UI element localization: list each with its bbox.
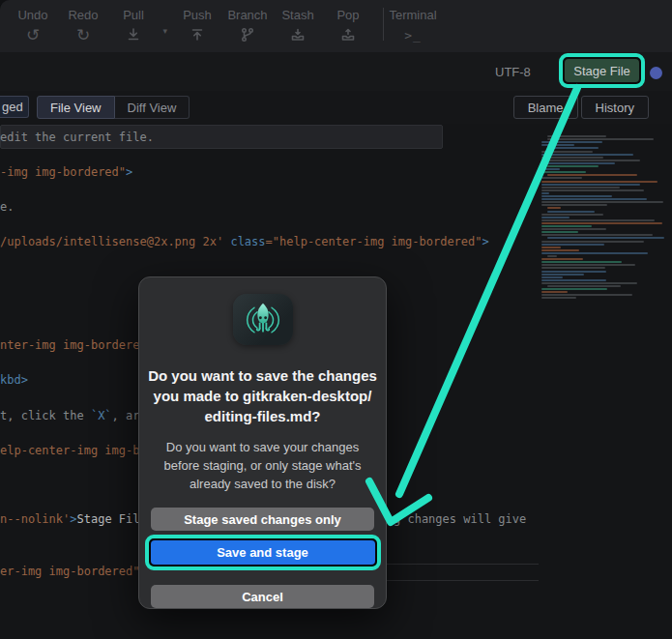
redo-button[interactable]: Redo ↻ [58,0,108,52]
minimap-row [541,198,647,200]
tab-file-view[interactable]: File View [37,96,115,119]
push-label: Push [183,8,212,22]
push-button[interactable]: Push [172,0,222,52]
toolbar-separator [383,8,384,41]
minimap-row [547,207,561,209]
gitkraken-window: Undo ↺ Redo ↻ Pull ▾ Push Branch [0,0,672,639]
stage-saved-changes-only-button[interactable]: Stage saved changes only [151,508,374,531]
branch-icon [240,25,255,44]
pull-label: Pull [123,8,144,22]
minimap-row [541,249,579,251]
minimap-row [541,252,648,254]
stage-file-button[interactable]: Stage File [565,59,639,82]
minimap-row [547,147,599,149]
terminal-icon: >_ [404,25,422,44]
minimap-row [541,279,606,281]
minimap-row [541,225,592,227]
minimap-row [541,195,612,197]
minimap-row [541,162,615,164]
minimap-row [541,241,644,243]
terminal-button[interactable]: Terminal >_ [388,0,438,52]
minimap-row [541,177,582,179]
file-status-bar: UTF-8 Stage File [0,52,672,91]
save-and-stage-button[interactable]: Save and stage [151,540,375,565]
branch-button[interactable]: Branch [222,0,273,52]
pull-dropdown-caret-icon[interactable]: ▾ [162,26,167,36]
undo-button[interactable]: Undo ↺ [8,0,58,52]
redo-label: Redo [68,8,98,22]
code-line: g changes will give [394,510,526,528]
minimap-row [541,181,657,183]
code-line: n--nolink'>Stage Fil [0,510,140,528]
minimap-row [541,141,602,143]
minimap-row [541,151,593,153]
markdown-divider [387,580,539,581]
minimap-row [547,237,664,239]
tab-diff-view[interactable]: Diff View [115,96,190,119]
view-mode-tabs: File View Diff View [37,96,190,119]
minimap-row [541,264,635,266]
dialog-buttons: Stage saved changes only Save and stage … [145,508,381,608]
minimap-row [547,211,595,213]
minimap-row [541,297,576,299]
minimap[interactable] [540,135,670,302]
minimap-row [541,160,640,161]
minimap-row [541,154,633,156]
code-line: /uploads/intellisense@2x.png 2x' class="… [0,233,489,250]
minimap-row [547,174,637,176]
minimap-row [547,138,654,140]
minimap-row [541,222,662,224]
dialog-body-text: Do you want to save your changesbefore s… [152,438,374,493]
code-line: edit the current file. [0,129,154,146]
redo-icon: ↻ [76,25,90,44]
minimap-row [541,247,561,248]
encoding-label: UTF-8 [495,65,531,79]
minimap-row [547,135,606,137]
minimap-row [547,255,557,257]
undo-label: Undo [17,8,47,22]
code-line: kbd> [0,371,28,389]
minimap-row [541,144,574,146]
minimap-row [547,285,621,287]
push-icon [190,25,205,44]
unsaved-changes-dot [650,67,662,79]
minimap-row [541,204,607,206]
code-line: elp-center-img img-b [0,442,140,459]
markdown-divider [387,564,539,565]
code-line: t, click the `X`, ar [0,407,140,424]
minimap-row [541,282,637,284]
minimap-row [541,219,655,221]
minimap-row [541,157,603,159]
save-changes-dialog: Do you want to save the changesyou made … [138,276,387,609]
main-toolbar: Undo ↺ Redo ↻ Pull ▾ Push Branch [0,0,672,52]
gitkraken-app-icon [233,294,293,345]
terminal-label: Terminal [389,8,436,22]
minimap-row [541,271,606,273]
minimap-row [541,294,632,296]
cancel-button[interactable]: Cancel [151,585,374,608]
blame-button[interactable]: Blame [513,96,578,119]
pull-icon [126,25,141,44]
minimap-row [541,234,653,236]
dialog-title: Do you want to save the changesyou made … [148,365,377,426]
minimap-row [541,192,549,194]
pop-button[interactable]: Pop [323,0,373,52]
stash-icon [290,25,306,44]
minimap-row [547,165,599,167]
history-button[interactable]: History [581,96,649,119]
unstaged-button-partial[interactable]: ged [0,96,29,118]
pull-button[interactable]: Pull ▾ [108,0,159,52]
minimap-row [541,276,563,278]
minimap-row [541,187,620,189]
minimap-row [541,258,583,260]
code-line: er-img img-bordered" [0,563,140,580]
stash-button[interactable]: Stash [273,0,323,52]
minimap-row [541,291,568,293]
minimap-row [541,261,622,263]
minimap-row [541,274,584,276]
undo-icon: ↺ [26,25,40,44]
pop-label: Pop [336,8,359,22]
minimap-row [541,201,663,203]
minimap-row [541,244,604,246]
minimap-row [541,228,606,230]
